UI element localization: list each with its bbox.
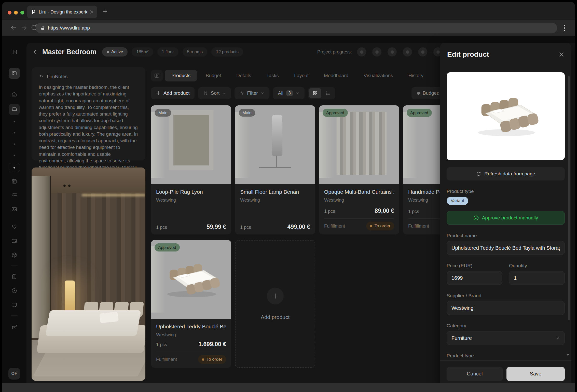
browser-window: Liru - Design the experience https://www… <box>2 2 575 392</box>
notes-title: LiruNotes <box>47 74 67 79</box>
progress-step[interactable] <box>357 47 366 57</box>
tab-tasks[interactable]: Tasks <box>260 70 285 81</box>
to-order-badge[interactable]: To order <box>198 355 226 364</box>
user-avatar[interactable]: OF <box>8 368 20 380</box>
compass-icon[interactable] <box>11 288 17 294</box>
tab-layout[interactable]: Layout <box>287 70 315 81</box>
status-dot <box>107 51 109 53</box>
product-price: 89,00 € <box>375 207 394 214</box>
product-qty: 1 pcs <box>324 209 335 214</box>
page-dot-3[interactable] <box>14 144 15 145</box>
add-product-card[interactable]: Add product <box>235 240 315 368</box>
browser-menu-icon[interactable] <box>564 24 565 32</box>
scope-filter-button[interactable]: All 3 <box>273 87 305 99</box>
product-qty: 1 pcs <box>240 225 251 230</box>
plus-icon <box>156 91 161 95</box>
close-window-button[interactable] <box>8 11 11 15</box>
status-badge: Active <box>102 47 128 57</box>
tab-history[interactable]: History <box>402 70 430 81</box>
back-chevron-icon[interactable] <box>33 49 38 55</box>
save-button[interactable]: Save <box>506 367 565 381</box>
progress-step[interactable] <box>388 47 397 57</box>
page-dot-1[interactable] <box>14 121 15 122</box>
browser-tab[interactable]: Liru - Design the experience <box>27 6 97 18</box>
collapse-sidebar-icon[interactable] <box>11 49 17 55</box>
home-icon[interactable] <box>11 91 17 97</box>
sidebar-divider <box>11 316 18 316</box>
panel-toggle-icon[interactable] <box>151 70 163 81</box>
sidebar-item-furniture[interactable] <box>9 104 20 115</box>
tab-details[interactable]: Details <box>230 70 258 81</box>
clipboard-icon[interactable] <box>11 273 17 279</box>
products-toolbar: Add product Sort Filter All 3 <box>151 87 335 99</box>
panel-product-type-label: Product type <box>447 353 565 357</box>
product-brand: Westwing <box>240 198 310 203</box>
product-card-curtains[interactable]: Approved Opaque Multi-Band Curtains Je… … <box>319 105 399 234</box>
list-view-button[interactable] <box>322 88 334 98</box>
tab-visualizations[interactable]: Visualizations <box>357 70 400 81</box>
add-product-button[interactable]: Add product <box>151 87 195 99</box>
maximize-window-button[interactable] <box>20 11 24 15</box>
lock-icon <box>40 25 45 31</box>
sort-arrows-icon <box>203 91 208 95</box>
chevron-down-icon <box>261 91 264 95</box>
product-type-label: Product type <box>447 189 565 194</box>
filter-button[interactable]: Filter <box>235 87 269 99</box>
calendar-icon[interactable] <box>11 178 17 184</box>
page-dot-4[interactable] <box>14 155 15 156</box>
quantity-input[interactable] <box>509 271 565 285</box>
product-name: Upholstered Teddy Bouclé Bed … <box>156 324 226 330</box>
package-cube-icon[interactable] <box>11 252 17 258</box>
panel-scrollbar[interactable] <box>568 76 570 320</box>
product-card-rug[interactable]: Main Loop-Pile Rug Lyon Westwing 1 pcs 5… <box>151 105 231 234</box>
progress-step[interactable] <box>403 47 412 57</box>
progress-label: Project progress: <box>317 49 352 55</box>
archive-icon[interactable] <box>11 324 17 330</box>
quantity-label: Quantity <box>509 263 565 269</box>
product-name-input[interactable] <box>447 241 565 255</box>
forward-icon[interactable] <box>20 24 28 32</box>
images-icon[interactable] <box>11 206 17 212</box>
url-text: https://www.liru.app <box>48 25 90 31</box>
grid-icon <box>313 91 318 96</box>
bed-illustration <box>157 253 225 308</box>
refresh-data-button[interactable]: Refresh data from page <box>447 167 565 180</box>
product-qty: 1 pcs <box>156 225 167 230</box>
supplier-input[interactable] <box>447 301 565 315</box>
tab-budget[interactable]: Budget <box>199 70 228 81</box>
cancel-button[interactable]: Cancel <box>447 367 503 381</box>
close-tab-icon[interactable] <box>90 10 94 14</box>
sort-button[interactable]: Sort <box>198 87 231 99</box>
to-order-badge[interactable]: To order <box>366 222 394 230</box>
new-tab-icon[interactable] <box>103 9 107 14</box>
progress-step[interactable] <box>372 47 381 57</box>
tasks-checklist-icon[interactable] <box>11 192 17 198</box>
swatches-logo-button[interactable] <box>9 68 20 79</box>
tab-moodboard[interactable]: Moodboard <box>317 70 355 81</box>
product-name-label: Product name <box>447 233 565 239</box>
grid-view-button[interactable] <box>309 88 321 98</box>
favorites-heart-icon[interactable] <box>11 223 17 230</box>
page-dot-active[interactable] <box>9 163 20 172</box>
product-card-bed[interactable]: Approved Upholstered Teddy Bouclé Bed … … <box>151 240 231 368</box>
approved-badge: Approved <box>155 243 180 251</box>
price-input[interactable] <box>447 271 502 285</box>
back-icon[interactable] <box>10 24 17 32</box>
wallet-icon[interactable] <box>11 238 17 244</box>
monitor-star-icon[interactable] <box>11 302 18 308</box>
page-title: Master Bedroom <box>42 48 97 56</box>
room-photo <box>32 167 145 381</box>
category-select[interactable]: Furniture <box>447 331 565 345</box>
sparkle-icon <box>39 74 44 79</box>
product-qty: 1 pcs <box>408 209 419 214</box>
close-panel-icon[interactable] <box>559 52 564 57</box>
approve-product-button[interactable]: Approve product manually <box>447 211 565 225</box>
url-bar[interactable]: https://www.liru.app <box>36 23 557 33</box>
scroll-down-hint-icon <box>566 354 569 356</box>
product-card-lamp[interactable]: Main Small Floor Lamp Benan Westwing 1 p… <box>235 105 315 234</box>
product-price: 1.699,00 € <box>198 341 226 348</box>
tab-products[interactable]: Products <box>165 70 197 81</box>
minimize-window-button[interactable] <box>14 11 18 15</box>
progress-step[interactable] <box>418 47 427 57</box>
page-dot-2[interactable] <box>14 132 15 134</box>
